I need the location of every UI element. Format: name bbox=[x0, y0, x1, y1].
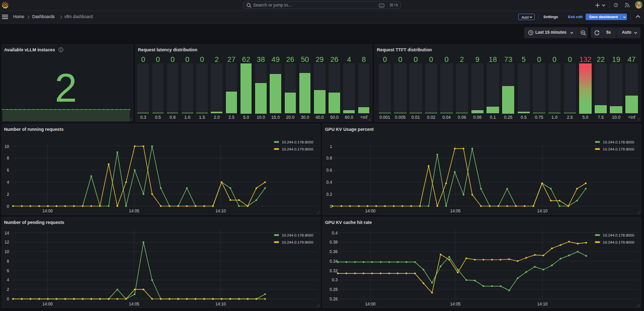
svg-text:8: 8 bbox=[7, 156, 9, 161]
svg-text:14:10: 14:10 bbox=[537, 209, 548, 213]
svg-text:0.3: 0.3 bbox=[332, 278, 338, 282]
svg-text:4: 4 bbox=[7, 278, 9, 282]
svg-text:14:00: 14:00 bbox=[365, 302, 376, 306]
svg-text:0.28: 0.28 bbox=[330, 287, 338, 292]
svg-text:10.244.0.178:8000: 10.244.0.178:8000 bbox=[282, 140, 313, 144]
svg-text:14:00: 14:00 bbox=[365, 209, 376, 213]
svg-text:14:00: 14:00 bbox=[42, 302, 53, 306]
svg-text:6: 6 bbox=[7, 168, 9, 173]
svg-text:2: 2 bbox=[7, 287, 9, 292]
svg-text:10.244.0.178:8000: 10.244.0.178:8000 bbox=[282, 233, 313, 238]
svg-text:0.8: 0.8 bbox=[327, 156, 333, 161]
svg-text:6: 6 bbox=[7, 269, 9, 273]
svg-text:0.34: 0.34 bbox=[330, 259, 338, 264]
svg-text:10.244.0.178:8000: 10.244.0.178:8000 bbox=[603, 140, 634, 144]
svg-text:10.244.0.179:8000: 10.244.0.179:8000 bbox=[603, 240, 634, 245]
svg-text:14:05: 14:05 bbox=[450, 302, 461, 306]
svg-text:1: 1 bbox=[330, 144, 332, 149]
svg-text:10.244.0.178:8000: 10.244.0.178:8000 bbox=[603, 233, 634, 238]
svg-text:14:05: 14:05 bbox=[129, 302, 139, 306]
svg-text:0.2: 0.2 bbox=[327, 192, 333, 197]
svg-text:10.244.0.179:8000: 10.244.0.179:8000 bbox=[282, 147, 313, 151]
svg-text:14:10: 14:10 bbox=[215, 209, 226, 213]
svg-text:0.36: 0.36 bbox=[330, 250, 338, 254]
svg-text:8: 8 bbox=[7, 259, 9, 264]
svg-text:0: 0 bbox=[7, 297, 9, 301]
svg-text:0.38: 0.38 bbox=[330, 240, 338, 245]
svg-text:14:10: 14:10 bbox=[537, 302, 548, 306]
svg-text:0: 0 bbox=[7, 204, 9, 209]
svg-text:4: 4 bbox=[7, 180, 9, 185]
svg-text:0.4: 0.4 bbox=[327, 180, 333, 185]
svg-text:12: 12 bbox=[5, 240, 10, 245]
svg-text:10.244.0.179:8000: 10.244.0.179:8000 bbox=[282, 240, 313, 245]
svg-text:10.244.0.179:8000: 10.244.0.179:8000 bbox=[603, 147, 634, 151]
svg-text:0.26: 0.26 bbox=[330, 297, 338, 301]
svg-text:14:05: 14:05 bbox=[450, 209, 461, 213]
svg-text:14: 14 bbox=[5, 231, 10, 236]
svg-text:0.32: 0.32 bbox=[330, 269, 338, 273]
svg-text:2: 2 bbox=[7, 192, 9, 197]
svg-text:10: 10 bbox=[5, 144, 10, 149]
svg-text:14:10: 14:10 bbox=[215, 302, 226, 306]
svg-text:14:05: 14:05 bbox=[129, 209, 139, 213]
svg-text:14:00: 14:00 bbox=[42, 209, 53, 213]
svg-text:10: 10 bbox=[5, 250, 10, 254]
svg-text:0.4: 0.4 bbox=[332, 231, 338, 236]
svg-text:0.6: 0.6 bbox=[327, 168, 333, 173]
